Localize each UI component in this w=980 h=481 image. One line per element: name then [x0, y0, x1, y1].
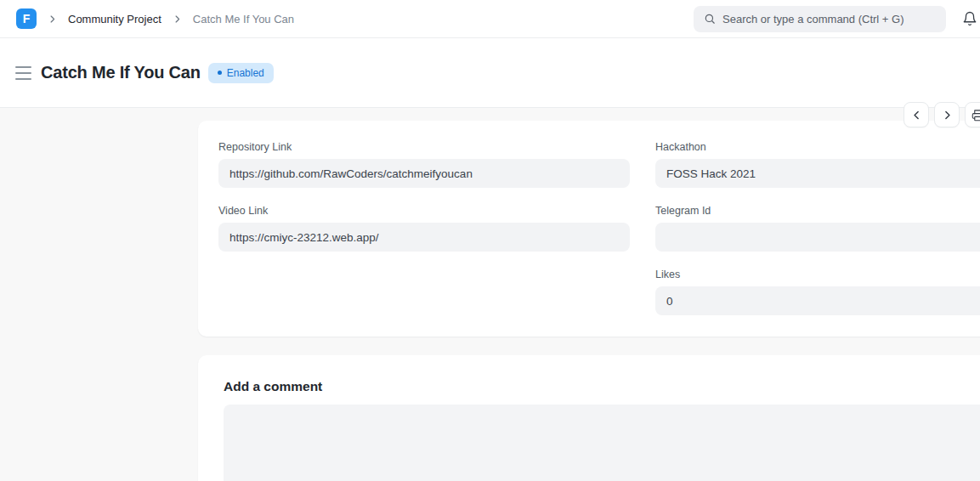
comment-card: Add a comment [198, 355, 980, 481]
page-header: Catch Me If You Can Enabled [0, 38, 980, 108]
status-badge: Enabled [208, 63, 274, 83]
field-repository-link: Repository Link [218, 141, 630, 188]
likes-input[interactable] [655, 286, 980, 315]
form-column-right: Hackathon Telegram Id Likes [655, 141, 980, 315]
chevron-right-icon [173, 14, 182, 24]
global-search[interactable] [694, 6, 946, 32]
search-input[interactable] [722, 13, 936, 25]
field-likes: Likes [655, 269, 980, 315]
form-page-body: Repository Link Video Link Hackathon Tel… [0, 108, 980, 481]
hamburger-menu-icon[interactable] [15, 65, 31, 82]
status-dot-icon [218, 71, 222, 75]
navbar-actions [694, 6, 979, 32]
field-label: Repository Link [218, 141, 630, 154]
prev-document-button[interactable] [904, 102, 929, 127]
hackathon-input[interactable] [655, 159, 980, 188]
video-link-input[interactable] [218, 223, 630, 252]
comment-input[interactable] [224, 405, 980, 481]
form-card: Repository Link Video Link Hackathon Tel… [198, 121, 980, 337]
field-telegram-id: Telegram Id [655, 205, 980, 252]
form-column-left: Repository Link Video Link [218, 141, 630, 315]
breadcrumb-current: Catch Me If You Can [193, 13, 294, 25]
field-label: Hackathon [655, 141, 980, 154]
chevron-right-icon [942, 110, 953, 121]
chevron-left-icon [911, 110, 922, 121]
breadcrumb-item-community-project[interactable]: Community Project [68, 13, 161, 25]
field-video-link: Video Link [218, 205, 630, 252]
field-label: Telegram Id [655, 205, 980, 218]
top-navbar: F Community Project Catch Me If You Can [0, 0, 980, 38]
breadcrumb: F Community Project Catch Me If You Can [16, 8, 294, 29]
notifications-button[interactable] [960, 9, 979, 28]
page-title: Catch Me If You Can [41, 63, 201, 82]
chevron-right-icon [48, 14, 57, 24]
frappe-logo[interactable]: F [16, 8, 37, 29]
print-button[interactable] [965, 102, 980, 127]
field-label: Video Link [218, 205, 630, 218]
repository-link-input[interactable] [218, 159, 630, 188]
comment-heading: Add a comment [224, 379, 980, 394]
next-document-button[interactable] [934, 102, 960, 127]
field-label: Likes [655, 269, 980, 281]
telegram-id-input[interactable] [655, 223, 980, 252]
document-nav-actions [904, 102, 980, 127]
notifications-bell-icon [962, 11, 977, 26]
status-badge-label: Enabled [227, 67, 264, 79]
printer-icon [972, 109, 980, 122]
field-hackathon: Hackathon [655, 141, 980, 188]
search-icon [704, 13, 716, 25]
